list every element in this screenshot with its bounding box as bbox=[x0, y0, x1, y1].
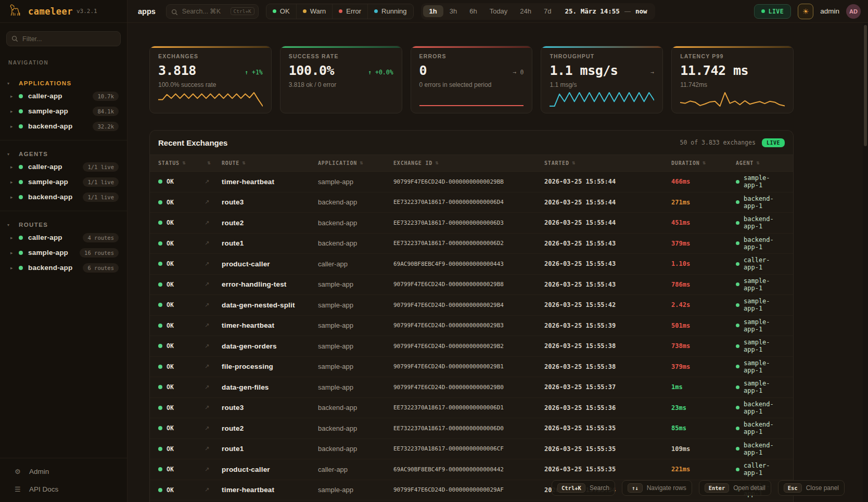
table-row[interactable]: OK ↗ error-handling-test sample-app 9079… bbox=[150, 275, 793, 295]
status-cell: OK bbox=[158, 404, 205, 411]
open-exchange-link[interactable]: ↗ bbox=[205, 425, 222, 432]
time-range-button[interactable]: 7d bbox=[538, 5, 557, 17]
sidebar-footer-item[interactable]: ☰ API Docs bbox=[0, 480, 127, 498]
card-accent-bar bbox=[672, 46, 793, 48]
table-row[interactable]: OK ↗ product-caller caller-app 69AC90BF8… bbox=[150, 254, 793, 275]
time-range-button[interactable]: Today bbox=[483, 5, 514, 17]
sidebar-item[interactable]: ▸ sample-app 1/1 live bbox=[0, 174, 127, 189]
table-row[interactable]: OK ↗ route2 backend-app EE7322370A18617-… bbox=[150, 213, 793, 234]
table-row[interactable]: OK ↗ route1 backend-app EE7322370A18617-… bbox=[150, 234, 793, 254]
status-dot-icon bbox=[19, 251, 23, 255]
table-row[interactable]: OK ↗ data-gen-orders sample-app 90799F47… bbox=[150, 336, 793, 357]
topbar-right: LIVE ☀ admin AD bbox=[754, 4, 861, 19]
open-exchange-link[interactable]: ↗ bbox=[205, 445, 222, 452]
status-label: OK bbox=[167, 178, 174, 185]
column-header[interactable]: APPLICATION ⇅ bbox=[318, 160, 393, 166]
column-header[interactable]: EXCHANGE ID ⇅ bbox=[393, 160, 544, 166]
exchange-id-cell: EE7322370A18617-00000000000006D1 bbox=[393, 404, 544, 411]
time-range-display[interactable]: 25. März 14:55 — now bbox=[565, 7, 647, 15]
open-exchange-link[interactable]: ↗ bbox=[205, 363, 222, 370]
column-header[interactable]: STATUS ⇅ bbox=[158, 160, 205, 166]
table-row[interactable]: OK ↗ route3 backend-app EE7322370A18617-… bbox=[150, 192, 793, 213]
time-range-button[interactable]: 1h bbox=[423, 5, 443, 17]
status-filter-button[interactable]: Running bbox=[367, 4, 413, 19]
open-exchange-link[interactable]: ↗ bbox=[205, 322, 222, 329]
open-exchange-link[interactable]: ↗ bbox=[205, 486, 222, 493]
status-label: OK bbox=[167, 363, 174, 370]
sidebar-item[interactable]: ▸ sample-app 84.1k bbox=[0, 104, 127, 119]
hint-label: Close panel bbox=[806, 484, 839, 492]
time-range-button[interactable]: 24h bbox=[514, 5, 538, 17]
open-exchange-link[interactable]: ↗ bbox=[205, 281, 222, 288]
column-header[interactable]: DURATION ⇅ bbox=[671, 160, 736, 166]
table-row[interactable]: OK ↗ data-gen-files sample-app 90799F47E… bbox=[150, 377, 793, 398]
sidebar-item[interactable]: ▸ caller-app 10.7k bbox=[0, 88, 127, 104]
status-dot-icon bbox=[158, 385, 162, 389]
search-input[interactable] bbox=[182, 8, 238, 15]
sidebar-section-header[interactable]: ▾ AGENTS bbox=[0, 149, 127, 159]
column-header[interactable]: AGENT ⇅ bbox=[736, 160, 785, 166]
nav-section-label: NAVIGATION bbox=[8, 60, 127, 66]
open-exchange-link[interactable]: ↗ bbox=[205, 220, 222, 226]
context-label: apps bbox=[138, 7, 156, 16]
open-exchange-link[interactable]: ↗ bbox=[205, 178, 222, 185]
column-header[interactable]: ROUTE ⇅ bbox=[222, 160, 318, 166]
column-header[interactable]: ⇅ bbox=[205, 161, 222, 165]
agent-label: sample-app-1 bbox=[744, 277, 785, 292]
time-range-button[interactable]: 3h bbox=[443, 5, 463, 17]
table-row[interactable]: OK ↗ timer-heartbeat sample-app 90799F47… bbox=[150, 172, 793, 192]
keyboard-hint: Ctrl+K Search bbox=[552, 480, 615, 496]
stat-card: ERRORS 0 → 0 0 errors in selected period bbox=[411, 46, 533, 113]
open-exchange-link[interactable]: ↗ bbox=[205, 261, 222, 267]
global-search[interactable]: Ctrl+K bbox=[166, 4, 259, 19]
filter-input[interactable] bbox=[6, 31, 121, 46]
duration-cell: 466ms bbox=[671, 178, 736, 185]
started-cell: 2026-03-25 15:55:39 bbox=[544, 322, 671, 329]
status-dot-icon bbox=[158, 447, 162, 451]
time-separator: — bbox=[624, 8, 631, 15]
table-row[interactable]: OK ↗ route1 backend-app EE7322370A18617-… bbox=[150, 439, 793, 460]
sidebar-item[interactable]: ▸ sample-app 16 routes bbox=[0, 245, 127, 260]
table-row[interactable]: OK ↗ route3 backend-app EE7322370A18617-… bbox=[150, 398, 793, 419]
table-row[interactable]: OK ↗ file-processing sample-app 90799F47… bbox=[150, 357, 793, 378]
avatar[interactable]: AD bbox=[846, 4, 861, 19]
status-dot-icon bbox=[158, 221, 162, 225]
open-exchange-link[interactable]: ↗ bbox=[205, 466, 222, 473]
sidebar-section-header[interactable]: ▾ APPLICATIONS bbox=[0, 78, 127, 88]
theme-toggle-button[interactable]: ☀ bbox=[798, 4, 813, 19]
open-exchange-link[interactable]: ↗ bbox=[205, 384, 222, 391]
table-row[interactable]: OK ↗ route2 backend-app EE7322370A18617-… bbox=[150, 418, 793, 439]
open-exchange-link[interactable]: ↗ bbox=[205, 343, 222, 350]
sidebar-item[interactable]: ▸ backend-app 1/1 live bbox=[0, 189, 127, 204]
started-cell: 2026-03-25 15:55:44 bbox=[544, 219, 671, 226]
sidebar-footer-item[interactable]: ⚙ Admin bbox=[0, 462, 127, 480]
status-filter-button[interactable]: Warn bbox=[296, 4, 333, 19]
agent-cell: sample-app-1 bbox=[736, 318, 785, 333]
live-toggle-button[interactable]: LIVE bbox=[754, 4, 792, 19]
arrow-up-right-icon: ↗ bbox=[205, 178, 209, 185]
status-filter-button[interactable]: Error bbox=[332, 4, 367, 19]
open-exchange-link[interactable]: ↗ bbox=[205, 240, 222, 247]
column-header[interactable]: STARTED ⇅ bbox=[544, 160, 671, 166]
status-filter-button[interactable]: OK bbox=[266, 4, 296, 19]
sidebar-section-header[interactable]: ▾ ROUTES bbox=[0, 220, 127, 230]
status-dot-icon bbox=[158, 179, 162, 184]
stat-card-value-row: 100.0% ↑ +0.0% bbox=[289, 63, 393, 78]
status-cell: OK bbox=[158, 486, 205, 494]
table-row[interactable]: OK ↗ product-caller caller-app 69AC90BF8… bbox=[150, 459, 793, 480]
stat-card-caption: 100.0% success rate bbox=[158, 81, 263, 88]
time-range-button[interactable]: 6h bbox=[463, 5, 483, 17]
scrollbar-thumb[interactable] bbox=[864, 25, 867, 146]
sidebar-item[interactable]: ▸ backend-app 32.2k bbox=[0, 119, 127, 134]
application-cell: backend-app bbox=[318, 198, 393, 206]
sidebar-item[interactable]: ▸ caller-app 4 routes bbox=[0, 230, 127, 245]
table-row[interactable]: OK ↗ timer-heartbeat sample-app 90799F47… bbox=[150, 316, 793, 337]
agent-dot-icon bbox=[736, 303, 739, 307]
sidebar-item[interactable]: ▸ caller-app 1/1 live bbox=[0, 159, 127, 174]
sidebar-item[interactable]: ▸ backend-app 6 routes bbox=[0, 260, 127, 275]
table-row[interactable]: OK ↗ data-gen-nested-split sample-app 90… bbox=[150, 295, 793, 316]
open-exchange-link[interactable]: ↗ bbox=[205, 199, 222, 205]
open-exchange-link[interactable]: ↗ bbox=[205, 404, 222, 411]
footer-label: Admin bbox=[29, 468, 49, 475]
open-exchange-link[interactable]: ↗ bbox=[205, 302, 222, 308]
